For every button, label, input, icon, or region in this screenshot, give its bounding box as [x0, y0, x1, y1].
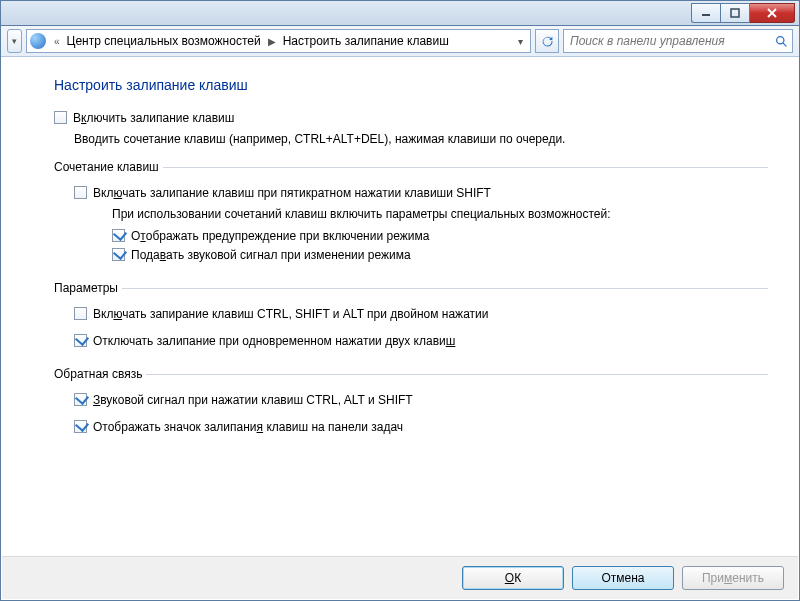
- checkbox-turn-off-two-keys[interactable]: Отключать залипание при одновременном на…: [74, 334, 768, 349]
- breadcrumb-seg-1[interactable]: Настроить залипание клавиш: [281, 34, 451, 48]
- page-title: Настроить залипание клавиш: [54, 77, 768, 93]
- breadcrumb-dropdown-icon[interactable]: ▾: [513, 36, 528, 47]
- checkbox-lock-modifier[interactable]: Включать запирание клавиш CTRL, SHIFT и …: [74, 307, 768, 322]
- svg-line-5: [783, 43, 786, 46]
- checkbox-icon[interactable]: [74, 307, 87, 320]
- checkbox-label: Включать залипание клавиш при пятикратно…: [93, 186, 491, 201]
- svg-point-4: [776, 36, 783, 43]
- cancel-button[interactable]: Отмена: [572, 566, 674, 590]
- address-bar: ▾ « Центр специальных возможностей ▶ Нас…: [1, 26, 799, 57]
- content: Настроить залипание клавиш Включить зали…: [2, 57, 798, 556]
- minimize-button[interactable]: [691, 3, 720, 23]
- breadcrumb-seg-0[interactable]: Центр специальных возможностей: [65, 34, 263, 48]
- refresh-button[interactable]: [535, 29, 559, 53]
- maximize-button[interactable]: [720, 3, 750, 23]
- window: ▾ « Центр специальных возможностей ▶ Нас…: [0, 0, 800, 601]
- checkbox-label: Отключать залипание при одновременном на…: [93, 334, 455, 349]
- checkbox-label: Звуковой сигнал при нажатии клавиш CTRL,…: [93, 393, 413, 408]
- search-icon[interactable]: [770, 35, 792, 48]
- close-button[interactable]: [750, 3, 795, 23]
- checkbox-label: Отображать предупреждение при включении …: [131, 229, 429, 244]
- shortcut-note: При использовании сочетаний клавиш включ…: [112, 207, 768, 221]
- checkbox-enable-sticky[interactable]: Включить залипание клавиш: [54, 111, 768, 126]
- checkbox-sound-on-change[interactable]: Подавать звуковой сигнал при изменении р…: [112, 248, 768, 263]
- group-shortcut: Сочетание клавиш Включать залипание клав…: [54, 160, 768, 271]
- caption-buttons: [691, 3, 795, 23]
- ok-button[interactable]: ОК: [462, 566, 564, 590]
- checkbox-beep-on-modifier[interactable]: Звуковой сигнал при нажатии клавиш CTRL,…: [74, 393, 768, 408]
- checkbox-five-shift[interactable]: Включать залипание клавиш при пятикратно…: [74, 186, 768, 201]
- checkbox-icon[interactable]: [74, 186, 87, 199]
- search-input[interactable]: [564, 34, 770, 48]
- checkbox-show-tray-icon[interactable]: Отображать значок залипания клавиш на па…: [74, 420, 768, 435]
- group-shortcut-legend: Сочетание клавиш: [54, 160, 163, 174]
- checkbox-icon[interactable]: [112, 229, 125, 242]
- checkbox-icon[interactable]: [112, 248, 125, 261]
- checkbox-show-warning[interactable]: Отображать предупреждение при включении …: [112, 229, 768, 244]
- breadcrumb[interactable]: « Центр специальных возможностей ▶ Настр…: [26, 29, 531, 53]
- checkbox-label: Включать запирание клавиш CTRL, SHIFT и …: [93, 307, 488, 322]
- checkbox-icon[interactable]: [74, 334, 87, 347]
- checkbox-icon[interactable]: [54, 111, 67, 124]
- nav-back-forward[interactable]: ▾: [7, 29, 22, 53]
- svg-rect-1: [731, 9, 739, 17]
- checkbox-label: Отображать значок залипания клавиш на па…: [93, 420, 403, 435]
- enable-description: Вводить сочетание клавиш (например, CTRL…: [74, 132, 768, 146]
- chevron-right-icon: ▶: [263, 36, 281, 47]
- chevron-down-icon: ▾: [12, 36, 17, 46]
- bottom-bar: ОК Отмена Применить: [2, 556, 798, 599]
- group-feedback-legend: Обратная связь: [54, 367, 146, 381]
- control-panel-icon: [30, 33, 46, 49]
- group-parameters-legend: Параметры: [54, 281, 122, 295]
- checkbox-icon[interactable]: [74, 393, 87, 406]
- checkbox-label: Включить залипание клавиш: [73, 111, 234, 126]
- checkbox-label: Подавать звуковой сигнал при изменении р…: [131, 248, 411, 263]
- checkbox-icon[interactable]: [74, 420, 87, 433]
- chevron-left-icon: «: [49, 36, 65, 47]
- titlebar: [1, 1, 799, 26]
- group-feedback: Обратная связь Звуковой сигнал при нажат…: [54, 367, 768, 443]
- search-box[interactable]: [563, 29, 793, 53]
- apply-button[interactable]: Применить: [682, 566, 784, 590]
- group-parameters: Параметры Включать запирание клавиш CTRL…: [54, 281, 768, 357]
